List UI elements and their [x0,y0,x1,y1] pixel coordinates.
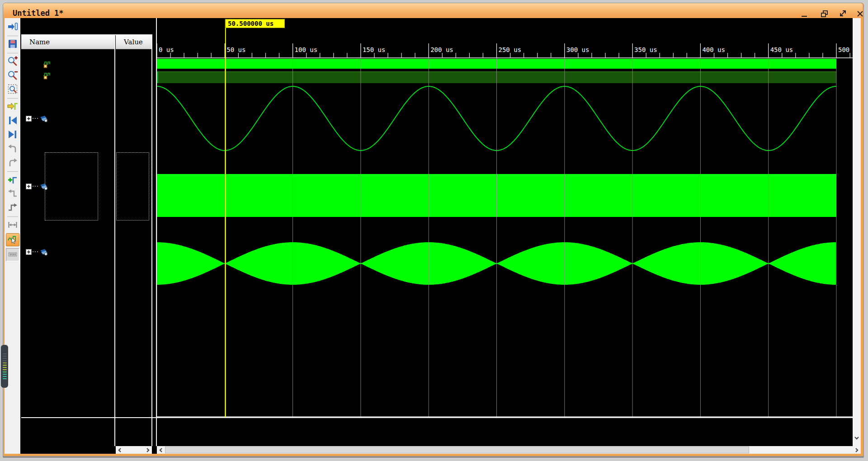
svg-text:50 us: 50 us [226,46,245,53]
edge-widget-stripe [3,376,7,377]
goto-bar-button[interactable] [6,21,19,33]
goto-time-icon [7,101,18,113]
svg-text:250 us: 250 us [499,46,522,53]
expand-button[interactable] [26,249,32,255]
bus-icon [39,115,48,124]
undock-arrow-icon [837,9,848,19]
scroll-left-icon [159,447,163,453]
scroll-left-icon [118,447,122,453]
bus-icon [39,249,48,258]
close-icon [855,9,866,19]
scroll-down-icon [854,436,859,440]
wave-bottom-line [21,417,853,418]
next-curve-button[interactable] [6,157,19,169]
expand-button[interactable] [26,183,32,189]
signal-row-cos_s70[interactable] [20,114,152,124]
scroll-down-button[interactable] [854,435,859,441]
titlebar[interactable]: Untitled 1* [3,3,863,18]
select-wave-icon [7,234,18,246]
add-edge-icon [7,174,18,187]
scalar-signal-icon [43,72,51,82]
select-wave-button[interactable] [6,233,19,246]
next-edge-button[interactable] [6,202,19,214]
svg-text:0 us: 0 us [159,46,174,53]
value-column-edge[interactable] [151,34,152,446]
goto-bar-icon [7,21,18,34]
toolbar-separator [7,53,18,53]
waveform-canvas[interactable]: 0 us50 us100 us150 us200 us250 us300 us3… [157,18,853,417]
measure-button[interactable] [6,219,19,231]
toolbar-separator [7,171,18,172]
expand-button[interactable] [26,116,32,122]
prev-curve-button[interactable] [6,143,19,155]
signal-row-am_mod150[interactable] [20,247,152,257]
toolbar-separator [7,36,18,36]
edge-widget-stripe [3,360,7,361]
zoom-out-icon [7,70,18,82]
cursor-time-label[interactable]: 50.500000 us [225,19,285,28]
zoom-out-button[interactable] [6,70,19,82]
minimize-button[interactable] [799,9,810,19]
prev-curve-icon [7,143,18,155]
zoom-in-icon [7,56,18,68]
selection-box [45,152,98,221]
toolbar-separator [7,216,18,217]
next-edge-icon [7,202,18,215]
wave-scroll-right-button[interactable] [853,446,861,454]
time-gridlines [157,58,836,417]
svg-text:500 us: 500 us [838,46,853,53]
goto-time-button[interactable] [6,101,19,113]
tree-connector [33,185,39,187]
svg-text:450 us: 450 us [770,46,793,53]
last-button[interactable] [6,129,19,141]
restore-icon [819,9,830,19]
screen-edge-widget[interactable] [1,345,8,388]
column-header-value[interactable]: Value [116,35,152,49]
undock-button[interactable] [837,9,848,19]
column-divider[interactable] [114,34,115,446]
close-button[interactable] [855,9,866,19]
svg-text:200 us: 200 us [430,46,453,53]
svg-text:100 us: 100 us [295,46,318,53]
svg-text:150 us: 150 us [363,46,386,53]
measure-icon [7,219,18,232]
signal-row-clk[interactable] [20,60,152,70]
zoom-fit-button[interactable] [6,84,19,96]
tree-connector [33,118,39,119]
wave-scroll-left-button[interactable] [158,447,164,453]
save-icon [7,38,18,51]
edge-widget-stripe [3,372,7,372]
column-header-name[interactable]: Name [21,35,114,49]
scalar-signal-icon [43,61,51,71]
last-icon [7,129,18,141]
scroll-right-icon [146,447,150,453]
next-curve-icon [7,157,18,169]
vertical-scrollbar[interactable] [853,18,861,446]
edge-widget-stripe [3,365,7,366]
wave-scrollbar-thumb[interactable] [165,447,749,453]
edge-widget-stripe [3,353,7,354]
edge-widget-stripe [3,356,7,357]
save-button[interactable] [6,38,19,51]
value-scrollbar[interactable] [116,446,152,454]
time-ruler[interactable]: 0 us50 us100 us150 us200 us250 us300 us3… [157,43,853,58]
zoom-fit-icon [7,84,18,96]
window-title: Untitled 1* [13,9,64,18]
header-top-line [21,34,152,35]
svg-text:400 us: 400 us [702,46,725,53]
restore-button[interactable] [819,9,830,19]
first-icon [7,115,18,127]
zoom-in-button[interactable] [6,56,19,68]
prev-edge-icon [7,188,18,201]
prev-edge-button[interactable] [6,188,19,200]
scroll-right-icon [854,447,859,453]
svg-text:350 us: 350 us [634,46,657,53]
edge-widget-stripe [3,362,7,363]
ruler-icon [7,249,18,261]
first-button[interactable] [6,115,19,127]
add-edge-button[interactable] [6,174,19,186]
edge-widget-stripe [3,358,7,359]
minimize-icon [799,9,810,19]
svg-text:300 us: 300 us [566,46,590,53]
signal-row-rst_n[interactable] [20,71,152,81]
